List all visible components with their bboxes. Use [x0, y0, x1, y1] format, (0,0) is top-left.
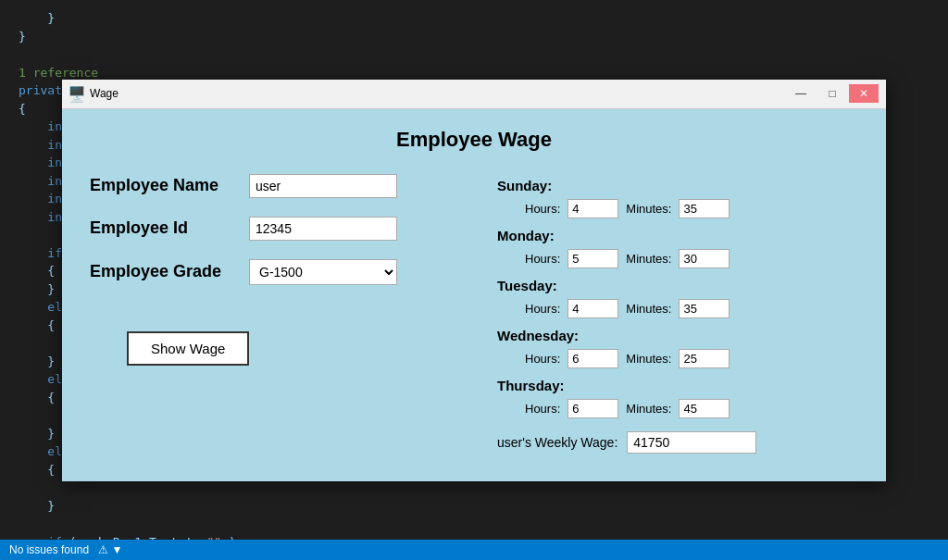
employee-name-row: Employee Name	[90, 174, 479, 198]
tuesday-time-row: Hours: Minutes:	[525, 299, 858, 318]
employee-id-input[interactable]	[249, 217, 397, 241]
window-controls: — □ ✕	[786, 84, 879, 103]
weekly-wage-label: user's Weekly Wage:	[497, 435, 617, 450]
sunday-label: Sunday:	[497, 178, 858, 193]
wednesday-hours-input[interactable]	[568, 349, 618, 368]
sunday-minutes-input[interactable]	[679, 199, 730, 218]
monday-minutes-label: Minutes:	[626, 252, 671, 266]
thursday-hours-input[interactable]	[568, 399, 618, 418]
status-text: No issues found	[9, 543, 89, 556]
employee-grade-row: Employee Grade G-1500 G-2000 G-2500 G-30…	[90, 259, 479, 285]
employee-grade-select[interactable]: G-1500 G-2000 G-2500 G-3000	[249, 259, 397, 285]
tuesday-hours-input[interactable]	[568, 299, 618, 318]
monday-hours-input[interactable]	[568, 249, 618, 268]
wednesday-hours-label: Hours:	[525, 352, 560, 366]
wednesday-time-row: Hours: Minutes:	[525, 349, 858, 368]
monday-minutes-input[interactable]	[679, 249, 730, 268]
weekly-wage-row: user's Weekly Wage:	[497, 431, 858, 454]
thursday-minutes-input[interactable]	[679, 399, 730, 418]
sunday-time-row: Hours: Minutes:	[525, 199, 858, 218]
wednesday-label: Wednesday:	[497, 328, 858, 343]
close-button[interactable]: ✕	[849, 84, 879, 103]
monday-label: Monday:	[497, 228, 858, 243]
sunday-hours-label: Hours:	[525, 202, 560, 216]
content-grid: Employee Name Employee Id Employee Grade…	[90, 174, 858, 454]
wednesday-minutes-label: Minutes:	[626, 352, 671, 366]
title-bar: 🖥️ Wage — □ ✕	[62, 80, 886, 109]
tuesday-hours-label: Hours:	[525, 302, 560, 316]
weekly-wage-input[interactable]	[627, 431, 756, 454]
thursday-label: Thursday:	[497, 378, 858, 393]
employee-name-label: Employee Name	[90, 176, 238, 195]
tuesday-label: Tuesday:	[497, 278, 858, 293]
employee-id-label: Employee Id	[90, 218, 238, 238]
minimize-button[interactable]: —	[786, 84, 816, 103]
monday-hours-label: Hours:	[525, 252, 560, 266]
right-panel: Sunday: Hours: Minutes: Monday: Hours: M…	[497, 174, 858, 454]
sunday-hours-input[interactable]	[568, 199, 618, 218]
window-icon: 🖥️	[69, 86, 84, 101]
maximize-button[interactable]: □	[817, 84, 847, 103]
dialog-title: Employee Wage	[90, 128, 858, 152]
tuesday-minutes-label: Minutes:	[626, 302, 671, 316]
dialog-body: Employee Wage Employee Name Employee Id …	[62, 109, 886, 481]
show-wage-button[interactable]: Show Wage	[127, 331, 249, 366]
window-title: Wage	[90, 87, 786, 100]
status-icon: ⚠ ▼	[98, 543, 122, 556]
sunday-minutes-label: Minutes:	[626, 202, 671, 216]
main-window: 🖥️ Wage — □ ✕ Employee Wage Employee Nam…	[62, 80, 886, 481]
thursday-minutes-label: Minutes:	[626, 402, 671, 416]
wednesday-minutes-input[interactable]	[679, 349, 730, 368]
thursday-hours-label: Hours:	[525, 402, 560, 416]
tuesday-minutes-input[interactable]	[679, 299, 730, 318]
monday-time-row: Hours: Minutes:	[525, 249, 858, 268]
employee-grade-label: Employee Grade	[90, 262, 238, 281]
status-bar: No issues found ⚠ ▼	[0, 540, 948, 560]
thursday-time-row: Hours: Minutes:	[525, 399, 858, 418]
employee-name-input[interactable]	[249, 174, 397, 198]
left-panel: Employee Name Employee Id Employee Grade…	[90, 174, 479, 454]
employee-id-row: Employee Id	[90, 217, 479, 241]
